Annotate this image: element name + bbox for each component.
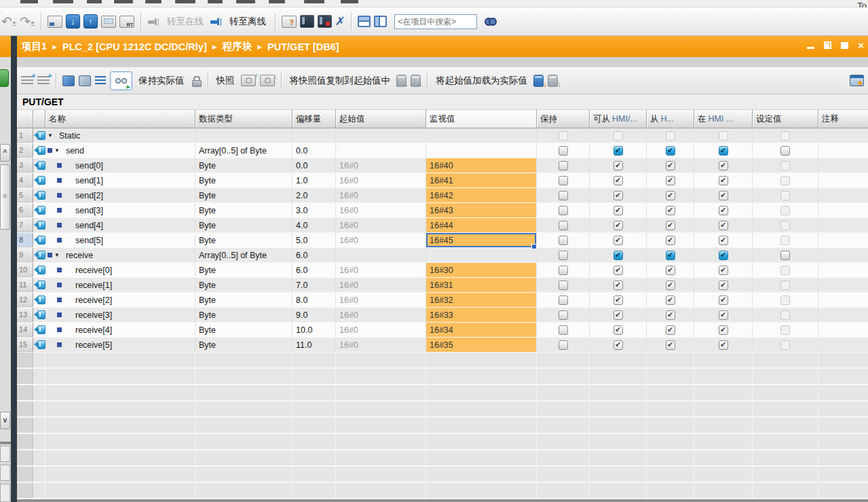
- cell-start-value[interactable]: 16#0: [336, 293, 426, 307]
- cell-comment[interactable]: [818, 248, 868, 262]
- cell-comment[interactable]: [818, 188, 868, 202]
- cell-name[interactable]: receive[0]: [45, 263, 195, 277]
- hmi-writable-checkbox[interactable]: [666, 191, 675, 200]
- hmi-visible-checkbox[interactable]: [719, 161, 728, 171]
- row-number[interactable]: 7: [17, 218, 33, 232]
- insert-row-icon[interactable]: [21, 76, 33, 85]
- cell-comment[interactable]: [818, 128, 868, 143]
- start-runtime-icon[interactable]: RT: [119, 16, 134, 28]
- hmi-writable-checkbox[interactable]: [666, 146, 675, 156]
- column-header[interactable]: 注释: [818, 109, 868, 128]
- load-start-as-actual-button[interactable]: 将起始值加载为实际值: [436, 75, 527, 87]
- go-online-plug-icon[interactable]: [147, 16, 161, 27]
- row-number[interactable]: 10: [17, 263, 33, 277]
- copy-snapshot-all-icon[interactable]: ←: [396, 75, 407, 87]
- snapshot-download-icon[interactable]: ↓: [260, 75, 275, 86]
- cell-monitor-value[interactable]: 16#42: [426, 188, 537, 202]
- cell-offset[interactable]: 2.0: [293, 188, 336, 202]
- hmi-visible-checkbox[interactable]: [719, 281, 728, 290]
- cell-offset[interactable]: 0.0: [293, 158, 336, 173]
- cell-offset[interactable]: 6.0: [293, 248, 336, 262]
- selection-handle[interactable]: [531, 244, 537, 249]
- cell-data-type[interactable]: Byte: [195, 278, 293, 292]
- cell-comment[interactable]: [818, 323, 868, 337]
- cell-monitor-value[interactable]: 16#31: [426, 278, 537, 292]
- cell-data-type[interactable]: [195, 128, 293, 143]
- cell-data-type[interactable]: Byte: [195, 158, 293, 173]
- scroll-up-button[interactable]: ^: [0, 144, 10, 162]
- hmi-accessible-checkbox[interactable]: [614, 340, 623, 350]
- hmi-visible-checkbox[interactable]: [719, 310, 728, 320]
- cell-monitor-value[interactable]: 16#30: [426, 263, 537, 277]
- cell-data-type[interactable]: Byte: [195, 188, 293, 202]
- retain-checkbox[interactable]: [559, 161, 568, 171]
- breadcrumb-item[interactable]: 项目1: [22, 40, 47, 53]
- go-offline-button[interactable]: 转至离线: [229, 16, 266, 28]
- cell-start-value[interactable]: [336, 143, 426, 158]
- hmi-visible-checkbox[interactable]: [719, 191, 728, 200]
- cell-monitor-value[interactable]: [426, 128, 537, 143]
- row-icon-cell[interactable]: [33, 203, 45, 217]
- cell-start-value[interactable]: [336, 248, 426, 262]
- go-offline-plug-icon[interactable]: [210, 16, 223, 27]
- minimize-icon[interactable]: [807, 47, 814, 49]
- cell-offset[interactable]: 3.0: [293, 203, 336, 217]
- column-header[interactable]: 名称: [45, 109, 195, 128]
- load-start-all-icon[interactable]: ↓: [533, 75, 544, 87]
- detail-view-icon[interactable]: [850, 75, 864, 86]
- hmi-visible-checkbox[interactable]: [719, 295, 728, 305]
- hmi-accessible-checkbox[interactable]: [614, 295, 623, 305]
- copy-snapshot-setpoint-icon[interactable]: ←: [411, 75, 421, 87]
- download-to-device-icon[interactable]: ↓: [66, 14, 80, 29]
- collapsed-panel-tab[interactable]: [0, 465, 10, 481]
- cell-name[interactable]: send[2]: [45, 188, 195, 202]
- cell-name[interactable]: send[0]: [45, 158, 195, 173]
- breadcrumb-item[interactable]: 程序块: [223, 40, 252, 53]
- cell-start-value[interactable]: 16#0: [336, 218, 426, 232]
- add-row-icon[interactable]: [37, 76, 50, 85]
- retain-checkbox[interactable]: [559, 281, 568, 290]
- hmi-visible-checkbox[interactable]: [719, 236, 728, 245]
- cell-monitor-value[interactable]: 16#32: [426, 293, 537, 307]
- row-number[interactable]: 2: [17, 143, 33, 158]
- cell-name[interactable]: receive[5]: [45, 338, 195, 352]
- hmi-visible-checkbox[interactable]: [719, 221, 728, 230]
- cell-name[interactable]: send[1]: [45, 173, 195, 187]
- row-number[interactable]: 9: [17, 248, 33, 262]
- restore-icon[interactable]: [824, 41, 831, 49]
- cell-offset[interactable]: 8.0: [293, 293, 336, 307]
- column-header[interactable]: 设定值: [753, 109, 818, 128]
- cell-start-value[interactable]: 16#0: [336, 158, 426, 173]
- scroll-down-button[interactable]: v: [0, 412, 10, 429]
- hmi-accessible-checkbox[interactable]: [614, 191, 623, 200]
- save-project-icon[interactable]: [48, 16, 62, 28]
- row-icon-cell[interactable]: [33, 158, 45, 173]
- collapse-arrow-icon[interactable]: ▼: [54, 147, 60, 154]
- hmi-writable-checkbox[interactable]: [666, 251, 675, 260]
- hmi-writable-checkbox[interactable]: [666, 236, 675, 245]
- cell-monitor-value[interactable]: 16#40: [426, 158, 537, 173]
- cell-comment[interactable]: [818, 203, 868, 217]
- row-icon-cell[interactable]: [33, 143, 45, 158]
- row-number[interactable]: 15: [17, 338, 33, 352]
- snapshot-upload-icon[interactable]: ↑: [241, 75, 256, 86]
- hmi-accessible-checkbox[interactable]: [614, 146, 623, 156]
- row-icon-cell[interactable]: [33, 248, 45, 262]
- cross-references-icon[interactable]: ✗: [335, 14, 345, 29]
- copy-snapshot-to-start-button[interactable]: 将快照值复制到起始值中: [290, 75, 391, 87]
- cell-offset[interactable]: 6.0: [293, 263, 336, 277]
- row-icon-cell[interactable]: [33, 308, 45, 322]
- accessible-devices-icon[interactable]: ?: [282, 16, 297, 28]
- retain-checkbox[interactable]: [559, 236, 568, 245]
- hmi-writable-checkbox[interactable]: [666, 340, 675, 350]
- cell-data-type[interactable]: Byte: [195, 203, 293, 217]
- expanded-mode-icon[interactable]: [95, 76, 106, 85]
- column-header[interactable]: 从H...: [647, 109, 694, 128]
- collapsed-panel-tab[interactable]: [0, 446, 10, 462]
- retain-checkbox[interactable]: [559, 146, 568, 156]
- row-number[interactable]: 6: [17, 203, 33, 217]
- column-header[interactable]: [33, 109, 45, 128]
- cell-start-value[interactable]: 16#0: [336, 338, 426, 352]
- cell-offset[interactable]: 5.0: [293, 233, 336, 247]
- cell-monitor-value[interactable]: [426, 143, 537, 158]
